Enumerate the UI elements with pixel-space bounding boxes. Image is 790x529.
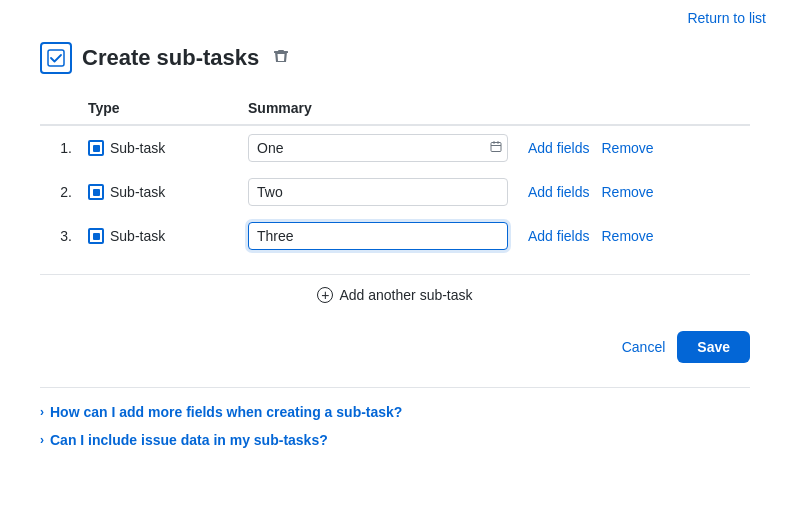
summary-input-2[interactable] (248, 178, 508, 206)
main-container: Create sub-tasks Type Summary 1. Sub-tas… (0, 32, 790, 480)
add-fields-link[interactable]: Add fields (528, 140, 589, 156)
col-summary-header: Summary (240, 94, 520, 125)
subtasks-table: Type Summary 1. Sub-task Add fieldsRemov… (40, 94, 750, 258)
plus-circle-icon: + (317, 287, 333, 303)
row-summary-cell (240, 170, 520, 214)
row-summary-cell (240, 125, 520, 170)
row-number: 3. (40, 214, 80, 258)
faq-section: › How can I add more fields when creatin… (40, 387, 750, 448)
add-fields-link[interactable]: Add fields (528, 184, 589, 200)
subtask-type-label: Sub-task (110, 228, 165, 244)
summary-input-1[interactable] (248, 134, 508, 162)
save-button[interactable]: Save (677, 331, 750, 363)
col-actions-header (520, 94, 750, 125)
add-subtask-button[interactable]: + Add another sub-task (317, 287, 472, 303)
remove-link[interactable]: Remove (601, 140, 653, 156)
delete-icon[interactable] (273, 48, 289, 68)
row-type-cell: Sub-task (80, 125, 240, 170)
subtask-type-label: Sub-task (110, 184, 165, 200)
page-title: Create sub-tasks (82, 45, 259, 71)
subtask-type-label: Sub-task (110, 140, 165, 156)
row-actions-cell: Add fieldsRemove (520, 214, 750, 258)
remove-link[interactable]: Remove (601, 184, 653, 200)
chevron-right-icon: › (40, 433, 44, 447)
subtask-type-icon (88, 184, 104, 200)
faq-question: Can I include issue data in my sub-tasks… (50, 432, 328, 448)
svg-rect-2 (491, 143, 501, 152)
row-actions-cell: Add fieldsRemove (520, 125, 750, 170)
table-row: 1. Sub-task Add fieldsRemove (40, 125, 750, 170)
row-summary-cell (240, 214, 520, 258)
row-type-cell: Sub-task (80, 170, 240, 214)
table-row: 2. Sub-task Add fieldsRemove (40, 170, 750, 214)
subtask-type-icon (88, 140, 104, 156)
col-type-header: Type (80, 94, 240, 125)
row-number: 1. (40, 125, 80, 170)
add-fields-link[interactable]: Add fields (528, 228, 589, 244)
row-type-cell: Sub-task (80, 214, 240, 258)
summary-input-3[interactable] (248, 222, 508, 250)
add-subtask-label: Add another sub-task (339, 287, 472, 303)
chevron-right-icon: › (40, 405, 44, 419)
faq-item-1[interactable]: › How can I add more fields when creatin… (40, 404, 750, 420)
col-number (40, 94, 80, 125)
cancel-button[interactable]: Cancel (622, 339, 666, 355)
remove-link[interactable]: Remove (601, 228, 653, 244)
svg-rect-1 (274, 51, 288, 53)
row-number: 2. (40, 170, 80, 214)
top-bar: Return to list (0, 0, 790, 32)
page-icon (40, 42, 72, 74)
table-row: 3. Sub-task Add fieldsRemove (40, 214, 750, 258)
subtask-type-icon (88, 228, 104, 244)
row-actions-cell: Add fieldsRemove (520, 170, 750, 214)
calendar-icon (490, 141, 502, 156)
return-to-list-link[interactable]: Return to list (687, 10, 766, 26)
add-subtask-row: + Add another sub-task (40, 274, 750, 323)
form-actions: Cancel Save (40, 323, 750, 363)
page-header: Create sub-tasks (40, 42, 750, 74)
faq-item-2[interactable]: › Can I include issue data in my sub-tas… (40, 432, 750, 448)
faq-question: How can I add more fields when creating … (50, 404, 402, 420)
